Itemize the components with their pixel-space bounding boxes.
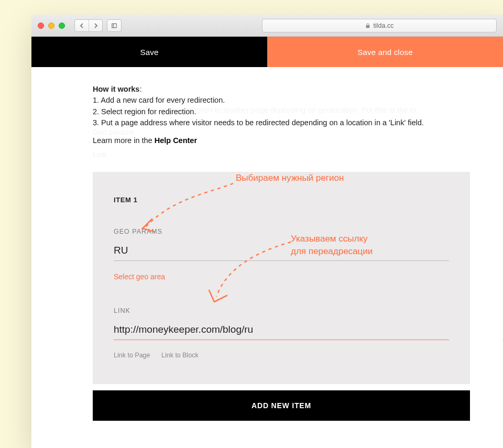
save-and-close-button[interactable]: Save and close — [267, 37, 503, 67]
minimize-window-button[interactable] — [48, 23, 54, 29]
instruction-step-1: 1. Add a new card for every redirection. — [93, 95, 470, 105]
item-card: ITEM 1 GEO PARAMS RU Select geo area LIN… — [93, 172, 470, 384]
action-bar: Save Save and close — [31, 37, 503, 67]
nav-forward-button[interactable] — [89, 20, 102, 31]
geo-params-label: GEO PARAMS — [114, 228, 449, 235]
item-card-title: ITEM 1 — [114, 196, 449, 204]
lock-icon — [365, 23, 370, 28]
nav-back-button[interactable] — [75, 20, 89, 31]
address-bar-domain: tilda.cc — [374, 22, 394, 29]
instruction-step-2: 2. Select region for redirection. — [93, 106, 470, 117]
window-controls — [38, 23, 65, 29]
add-new-item-button[interactable]: ADD NEW ITEM — [93, 390, 470, 421]
instructions-title: How it works — [93, 85, 139, 93]
link-label: LINK — [114, 307, 449, 314]
content-area: This block switches on a redirection to … — [31, 67, 503, 448]
link-to-page-link[interactable]: Link to Page — [114, 352, 150, 359]
select-geo-area-link[interactable]: Select geo area — [114, 272, 449, 281]
geo-params-input[interactable]: RU — [114, 245, 449, 261]
help-center-link[interactable]: Help Center — [155, 136, 197, 145]
link-to-block-link[interactable]: Link to Block — [161, 352, 199, 359]
maximize-window-button[interactable] — [59, 23, 65, 29]
nav-back-forward — [74, 19, 103, 32]
browser-titlebar: tilda.cc — [31, 15, 503, 37]
toolbar-sidebar-button[interactable] — [107, 19, 122, 32]
instructions-block: How it works: 1. Add a new card for ever… — [93, 84, 470, 146]
instruction-step-3: 3. Put a page address where visitor need… — [93, 117, 470, 128]
close-window-button[interactable] — [38, 23, 44, 29]
browser-window: tilda.cc Save Save and close This block … — [31, 15, 503, 448]
learn-more-prefix: Learn more in the — [93, 136, 155, 145]
save-button[interactable]: Save — [31, 37, 267, 67]
link-input[interactable]: http://moneykeeper.com/blog/ru — [114, 324, 449, 340]
link-helper-links: Link to Page Link to Block — [114, 352, 449, 359]
svg-rect-0 — [112, 24, 116, 28]
address-bar[interactable]: tilda.cc — [262, 19, 497, 32]
